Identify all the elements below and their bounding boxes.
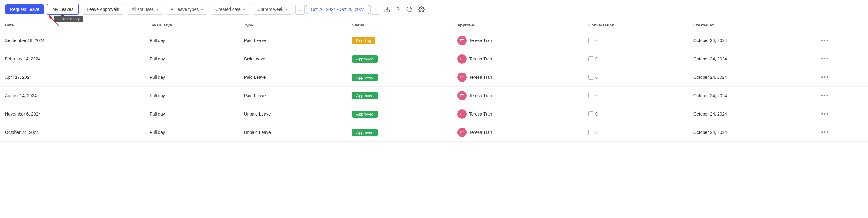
approver-name: Teresa Tran	[469, 112, 492, 117]
cell-conversation: 0	[584, 31, 688, 50]
svg-point-1	[421, 9, 422, 10]
approver-name: Teresa Tran	[469, 93, 492, 98]
cell-date: October 24, 2024	[0, 123, 145, 142]
more-actions-button[interactable]: •••	[821, 129, 829, 136]
more-actions-button[interactable]: •••	[821, 111, 829, 117]
more-actions-button[interactable]: •••	[821, 74, 829, 81]
cell-type: Sick Leave	[239, 50, 347, 68]
cell-taken-days: Full day	[145, 50, 239, 68]
cell-actions: •••	[816, 31, 868, 50]
avatar: TT	[457, 36, 467, 45]
cell-status: Approved	[347, 50, 453, 68]
avatar: TT	[457, 109, 467, 119]
my-leaves-tab[interactable]: My Leaves	[47, 4, 79, 15]
conversation-cell: 0	[588, 56, 683, 61]
cell-created-at: October 24, 2024	[688, 31, 816, 50]
approver-cell: TT Teresa Tran	[457, 91, 579, 100]
my-leaves-tab-wrapper: My Leaves Leave history	[47, 4, 79, 15]
conversation-count: 0	[595, 112, 598, 117]
date-range-display: Oct 20, 2024 - Oct 26, 2024	[306, 5, 369, 14]
cell-actions: •••	[816, 87, 868, 105]
cell-type: Paid Leave	[239, 87, 347, 105]
cell-date: September 18, 2024	[0, 31, 145, 50]
cell-conversation: 0	[584, 105, 688, 123]
col-type: Type	[239, 19, 347, 31]
chevron-down-icon: ▼	[200, 8, 204, 11]
col-created-at: Created At	[688, 19, 816, 31]
cell-status: Approved	[347, 87, 453, 105]
cell-created-at: October 24, 2024	[688, 123, 816, 142]
all-leave-types-dropdown[interactable]: All leave types ▼	[166, 4, 208, 14]
chevron-down-icon: ▼	[243, 8, 246, 11]
cell-taken-days: Full day	[145, 105, 239, 123]
col-approver: Approver	[453, 19, 584, 31]
table-row: September 18, 2024 Full day Paid Leave P…	[0, 31, 868, 50]
date-range-nav: ‹ Oct 20, 2024 - Oct 26, 2024 ›	[296, 4, 380, 14]
leave-history-tooltip: Leave history	[55, 15, 83, 23]
col-actions	[816, 19, 868, 31]
leave-table-container: Date Taken Days Type Status Approver Con…	[0, 19, 868, 142]
conversation-cell: 0	[588, 75, 683, 80]
cell-taken-days: Full day	[145, 31, 239, 50]
all-leave-types-label: All leave types	[170, 7, 198, 12]
checkbox-icon	[588, 93, 593, 98]
leave-approvals-tab[interactable]: Leave Approvals	[82, 4, 125, 14]
conversation-cell: 0	[588, 130, 683, 135]
cell-approver: TT Teresa Tran	[453, 87, 584, 105]
approver-cell: TT Teresa Tran	[457, 128, 579, 137]
created-date-dropdown[interactable]: Created date ▼	[211, 4, 250, 14]
cell-status: Approved	[347, 105, 453, 123]
refresh-button[interactable]	[404, 5, 414, 14]
checkbox-icon	[588, 56, 593, 61]
more-actions-button[interactable]: •••	[821, 37, 829, 44]
cell-type: Paid Leave	[239, 31, 347, 50]
approver-cell: TT Teresa Tran	[457, 54, 579, 64]
cell-approver: TT Teresa Tran	[453, 31, 584, 50]
chevron-down-icon: ▼	[156, 8, 159, 11]
table-row: August 14, 2024 Full day Paid Leave Appr…	[0, 87, 868, 105]
table-row: February 14, 2024 Full day Sick Leave Ap…	[0, 50, 868, 68]
help-button[interactable]: ?	[395, 5, 402, 14]
checkbox-icon	[588, 112, 593, 117]
cell-type: Unpaid Leave	[239, 123, 347, 142]
cell-taken-days: Full day	[145, 123, 239, 142]
approver-name: Teresa Tran	[469, 130, 492, 135]
status-badge: Approved	[352, 56, 378, 63]
all-statuses-dropdown[interactable]: All statuses ▼	[127, 4, 163, 14]
approver-cell: TT Teresa Tran	[457, 109, 579, 119]
conversation-cell: 0	[588, 112, 683, 117]
status-badge: Approved	[352, 74, 378, 81]
cell-date: August 14, 2024	[0, 87, 145, 105]
cell-date: November 6, 2024	[0, 105, 145, 123]
toolbar: Request Leave My Leaves Leave history Le…	[0, 0, 868, 19]
current-week-dropdown[interactable]: Current week ▼	[253, 4, 293, 14]
cell-created-at: October 24, 2024	[688, 87, 816, 105]
table-row: April 17, 2024 Full day Paid Leave Appro…	[0, 68, 868, 87]
more-actions-button[interactable]: •••	[821, 56, 829, 62]
request-leave-button[interactable]: Request Leave	[5, 4, 44, 14]
download-button[interactable]	[382, 5, 392, 14]
col-taken-days: Taken Days	[145, 19, 239, 31]
checkbox-icon	[588, 130, 593, 135]
prev-week-button[interactable]: ‹	[296, 4, 305, 14]
avatar: TT	[457, 54, 467, 64]
cell-actions: •••	[816, 50, 868, 68]
conversation-cell: 0	[588, 38, 683, 43]
conversation-count: 0	[595, 130, 598, 135]
approver-name: Teresa Tran	[469, 75, 492, 80]
settings-button[interactable]	[416, 5, 427, 14]
cell-date: April 17, 2024	[0, 68, 145, 87]
more-actions-button[interactable]: •••	[821, 93, 829, 99]
approver-cell: TT Teresa Tran	[457, 72, 579, 82]
cell-conversation: 0	[584, 123, 688, 142]
cell-status: Approved	[347, 68, 453, 87]
avatar: TT	[457, 128, 467, 137]
col-status: Status	[347, 19, 453, 31]
cell-status: Approved	[347, 123, 453, 142]
conversation-count: 0	[595, 56, 598, 61]
next-week-button[interactable]: ›	[371, 4, 380, 14]
status-badge: Pending	[352, 37, 375, 44]
cell-conversation: 0	[584, 87, 688, 105]
conversation-cell: 0	[588, 93, 683, 98]
cell-date: February 14, 2024	[0, 50, 145, 68]
